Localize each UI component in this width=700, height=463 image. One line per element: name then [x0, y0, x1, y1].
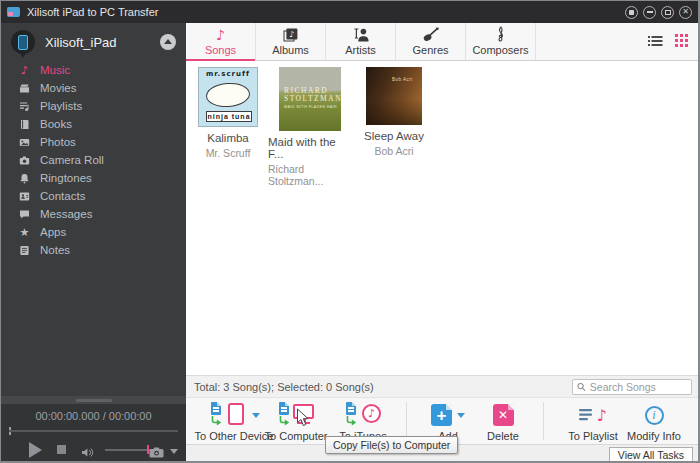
book-icon	[18, 119, 31, 130]
tab-genres[interactable]: Genres	[396, 23, 466, 60]
transfer-to-device-icon	[209, 402, 247, 428]
skin-button[interactable]	[625, 6, 638, 19]
search-input[interactable]	[590, 381, 687, 393]
titlebar[interactable]: Xilisoft iPad to PC Transfer ✕	[1, 1, 698, 23]
player-time: 00:00:00.000 / 00:00:00	[1, 410, 186, 422]
to-playlist-button[interactable]: ♪ To Playlist	[558, 401, 628, 442]
tab-label: Artists	[345, 44, 376, 56]
sidebar-item-label: Notes	[40, 244, 70, 256]
album-card-kalimba[interactable]: mr.scruff ninja tuna Kalimba Mr. Scruff	[190, 67, 266, 159]
song-artist: Bob Acri	[374, 145, 413, 157]
file-icon	[211, 402, 221, 415]
stop-button[interactable]	[57, 445, 66, 454]
song-artist: Mr. Scruff	[206, 147, 251, 159]
window-controls: ✕	[625, 6, 692, 19]
song-title: Sleep Away	[364, 130, 424, 142]
sidebar-item-movies[interactable]: Movies	[1, 79, 186, 97]
device-name: Xilisoft_iPad	[45, 35, 117, 50]
playlist-add-icon: ♪	[579, 406, 606, 425]
album-cover: RICHARD STOLTZMAN MAID WITH FLAXEN HAIR	[279, 67, 341, 131]
transfer-arrow-icon	[278, 416, 290, 427]
toolbar-button-label: Modify Info	[627, 430, 681, 442]
maximize-button[interactable]	[661, 6, 674, 19]
player-panel: 00:00:00.000 / 00:00:00	[1, 404, 186, 461]
toolbar-button-label: To Playlist	[568, 430, 618, 442]
sidebar-item-messages[interactable]: Messages	[1, 205, 186, 223]
device-header[interactable]: Xilisoft_iPad	[1, 23, 186, 61]
list-view-button[interactable]	[648, 33, 663, 51]
sidebar-item-contacts[interactable]: Contacts	[1, 187, 186, 205]
sidebar-item-apps[interactable]: ★ Apps	[1, 223, 186, 241]
transfer-arrow-icon	[210, 416, 222, 427]
transfer-to-itunes-icon: ♪	[344, 402, 382, 428]
artist-icon	[353, 27, 369, 42]
delete-icon: ✕	[493, 404, 514, 426]
song-title: Kalimba	[207, 132, 249, 144]
modify-info-button[interactable]: i Modify Info	[620, 401, 688, 442]
sidebar-item-photos[interactable]: Photos	[1, 133, 186, 151]
sidebar-item-music[interactable]: ♪ Music	[1, 61, 186, 79]
sidebar-item-label: Contacts	[40, 190, 85, 202]
tab-label: Composers	[472, 44, 528, 56]
sidebar-item-playlists[interactable]: Playlists	[1, 97, 186, 115]
playlist-icon	[18, 101, 31, 112]
sidebar: Xilisoft_iPad ♪ Music Movies Playlists	[1, 23, 186, 461]
tab-composers[interactable]: Composers	[466, 23, 536, 60]
minimize-icon	[647, 11, 653, 13]
sidebar-item-notes[interactable]: Notes	[1, 241, 186, 259]
toolbar-divider	[406, 402, 407, 440]
tab-label: Songs	[205, 44, 236, 56]
apps-icon: ★	[18, 227, 31, 238]
guitar-icon	[423, 27, 439, 42]
tab-songs[interactable]: ♪ Songs	[186, 23, 256, 60]
view-all-tasks-button[interactable]: View All Tasks	[609, 447, 693, 463]
album-card-sleep-away[interactable]: Bob Acri Sleep Away Bob Acri	[354, 67, 434, 157]
dropdown-caret-icon[interactable]	[252, 413, 260, 418]
snapshot-dropdown-icon[interactable]	[170, 449, 178, 454]
minimize-button[interactable]	[643, 6, 656, 19]
notes-icon	[18, 245, 31, 256]
splitter-handle-icon	[76, 399, 112, 402]
contact-icon	[18, 191, 31, 202]
file-icon	[346, 402, 356, 415]
cover-text: ninja tuna	[206, 111, 252, 122]
snapshot-camera-button[interactable]	[149, 444, 164, 462]
tab-artists[interactable]: Artists	[326, 23, 396, 60]
close-button[interactable]: ✕	[679, 6, 692, 19]
tablet-icon	[228, 403, 244, 425]
album-icon: ♪	[283, 27, 298, 42]
sidebar-item-camera-roll[interactable]: Camera Roll	[1, 151, 186, 169]
search-box[interactable]	[572, 379, 692, 395]
sidebar-item-books[interactable]: Books	[1, 115, 186, 133]
tab-albums[interactable]: ♪ Albums	[256, 23, 326, 60]
toolbar-button-label: To Computer	[265, 430, 328, 442]
speaker-icon[interactable]	[81, 444, 95, 462]
cover-text: STOLTZMAN	[279, 95, 341, 103]
file-icon	[279, 402, 289, 415]
cover-text: MAID WITH FLAXEN HAIR	[279, 105, 341, 109]
seek-bar[interactable]	[9, 430, 178, 432]
album-cover: Bob Acri	[366, 67, 422, 125]
app-icon	[7, 7, 20, 17]
treble-clef-icon	[496, 27, 506, 42]
device-avatar	[11, 30, 35, 54]
grid-view-button[interactable]	[675, 33, 688, 51]
sidebar-item-label: Playlists	[40, 100, 82, 112]
dropdown-caret-icon[interactable]	[457, 413, 465, 418]
sidebar-item-ringtones[interactable]: Ringtones	[1, 169, 186, 187]
song-artist: Richard Stoltzman...	[268, 163, 352, 187]
tooltip: Copy File(s) to Computer	[325, 436, 458, 454]
sidebar-item-label: Music	[40, 64, 70, 76]
splitter[interactable]	[1, 396, 186, 404]
search-icon	[577, 382, 586, 392]
itunes-icon: ♪	[362, 404, 381, 423]
window-title: Xilisoft iPad to PC Transfer	[27, 6, 158, 18]
tab-label: Genres	[412, 44, 448, 56]
sidebar-item-label: Camera Roll	[40, 154, 104, 166]
sidebar-item-label: Books	[40, 118, 72, 130]
play-button[interactable]	[29, 442, 42, 458]
collapse-device-button[interactable]	[160, 34, 176, 50]
svg-text:♪: ♪	[289, 30, 294, 39]
album-card-maid[interactable]: RICHARD STOLTZMAN MAID WITH FLAXEN HAIR …	[268, 67, 352, 187]
delete-button[interactable]: ✕ Delete	[476, 401, 530, 442]
